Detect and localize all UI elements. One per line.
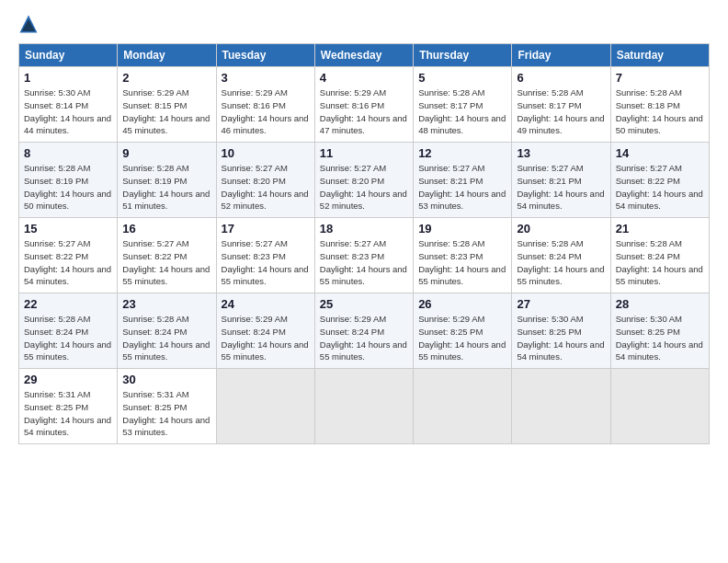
cell-info: Sunrise: 5:30 AM Sunset: 8:25 PM Dayligh… [616, 313, 704, 363]
day-number: 27 [517, 297, 605, 311]
page: Sunday Monday Tuesday Wednesday Thursday… [0, 0, 728, 563]
day-number: 9 [122, 146, 210, 160]
cell-info: Sunrise: 5:28 AM Sunset: 8:24 PM Dayligh… [24, 313, 112, 363]
day-number: 19 [418, 222, 506, 236]
calendar-week-1: 1 Sunrise: 5:30 AM Sunset: 8:14 PM Dayli… [19, 67, 710, 143]
table-row [314, 369, 413, 444]
day-number: 13 [517, 146, 605, 160]
cell-info: Sunrise: 5:28 AM Sunset: 8:17 PM Dayligh… [418, 86, 506, 137]
cell-info: Sunrise: 5:29 AM Sunset: 8:24 PM Dayligh… [222, 313, 310, 363]
table-row: 9 Sunrise: 5:28 AM Sunset: 8:19 PM Dayli… [118, 143, 216, 218]
table-row: 23 Sunrise: 5:28 AM Sunset: 8:24 PM Dayl… [118, 293, 216, 369]
table-row: 30 Sunrise: 5:31 AM Sunset: 8:25 PM Dayl… [118, 369, 216, 444]
day-number: 1 [24, 71, 112, 85]
day-number: 15 [24, 222, 112, 236]
cell-info: Sunrise: 5:30 AM Sunset: 8:25 PM Dayligh… [517, 313, 605, 363]
cell-info: Sunrise: 5:27 AM Sunset: 8:20 PM Dayligh… [320, 162, 408, 213]
logo [18, 14, 41, 34]
day-number: 7 [616, 71, 704, 85]
table-row: 20 Sunrise: 5:28 AM Sunset: 8:24 PM Dayl… [512, 218, 610, 293]
table-row: 18 Sunrise: 5:27 AM Sunset: 8:23 PM Dayl… [314, 218, 413, 293]
calendar-header-row: Sunday Monday Tuesday Wednesday Thursday… [19, 44, 710, 67]
day-number: 29 [24, 373, 112, 386]
table-row: 11 Sunrise: 5:27 AM Sunset: 8:20 PM Dayl… [314, 143, 413, 218]
cell-info: Sunrise: 5:28 AM Sunset: 8:18 PM Dayligh… [616, 86, 704, 137]
day-number: 28 [616, 297, 704, 311]
header [18, 14, 710, 34]
table-row: 2 Sunrise: 5:29 AM Sunset: 8:15 PM Dayli… [118, 67, 216, 143]
day-number: 4 [320, 71, 408, 85]
table-row: 29 Sunrise: 5:31 AM Sunset: 8:25 PM Dayl… [19, 369, 118, 444]
cell-info: Sunrise: 5:27 AM Sunset: 8:22 PM Dayligh… [122, 237, 210, 288]
day-number: 21 [616, 222, 704, 236]
day-number: 25 [320, 297, 408, 311]
cell-info: Sunrise: 5:28 AM Sunset: 8:19 PM Dayligh… [24, 162, 112, 213]
cell-info: Sunrise: 5:29 AM Sunset: 8:25 PM Dayligh… [418, 313, 506, 363]
calendar-week-2: 8 Sunrise: 5:28 AM Sunset: 8:19 PM Dayli… [19, 143, 710, 218]
cell-info: Sunrise: 5:30 AM Sunset: 8:14 PM Dayligh… [24, 86, 112, 137]
cell-info: Sunrise: 5:28 AM Sunset: 8:24 PM Dayligh… [517, 237, 605, 288]
table-row: 22 Sunrise: 5:28 AM Sunset: 8:24 PM Dayl… [19, 293, 118, 369]
cell-info: Sunrise: 5:27 AM Sunset: 8:21 PM Dayligh… [517, 162, 605, 213]
calendar-week-4: 22 Sunrise: 5:28 AM Sunset: 8:24 PM Dayl… [19, 293, 710, 369]
cell-info: Sunrise: 5:28 AM Sunset: 8:19 PM Dayligh… [122, 162, 210, 213]
day-number: 24 [222, 297, 310, 311]
col-tuesday: Tuesday [216, 44, 314, 67]
table-row: 25 Sunrise: 5:29 AM Sunset: 8:24 PM Dayl… [314, 293, 413, 369]
cell-info: Sunrise: 5:29 AM Sunset: 8:16 PM Dayligh… [320, 86, 408, 137]
cell-info: Sunrise: 5:27 AM Sunset: 8:20 PM Dayligh… [222, 162, 310, 213]
col-wednesday: Wednesday [314, 44, 413, 67]
day-number: 3 [222, 71, 310, 85]
cell-info: Sunrise: 5:28 AM Sunset: 8:23 PM Dayligh… [418, 237, 506, 288]
table-row: 26 Sunrise: 5:29 AM Sunset: 8:25 PM Dayl… [414, 293, 512, 369]
day-number: 14 [616, 146, 704, 160]
col-saturday: Saturday [610, 44, 709, 67]
table-row: 7 Sunrise: 5:28 AM Sunset: 8:18 PM Dayli… [610, 67, 709, 143]
table-row: 21 Sunrise: 5:28 AM Sunset: 8:24 PM Dayl… [610, 218, 709, 293]
calendar-week-3: 15 Sunrise: 5:27 AM Sunset: 8:22 PM Dayl… [19, 218, 710, 293]
col-thursday: Thursday [414, 44, 512, 67]
table-row: 15 Sunrise: 5:27 AM Sunset: 8:22 PM Dayl… [19, 218, 118, 293]
calendar-week-5: 29 Sunrise: 5:31 AM Sunset: 8:25 PM Dayl… [19, 369, 710, 444]
table-row: 27 Sunrise: 5:30 AM Sunset: 8:25 PM Dayl… [512, 293, 610, 369]
table-row: 1 Sunrise: 5:30 AM Sunset: 8:14 PM Dayli… [19, 67, 118, 143]
table-row: 3 Sunrise: 5:29 AM Sunset: 8:16 PM Dayli… [216, 67, 314, 143]
day-number: 6 [517, 71, 605, 85]
day-number: 23 [122, 297, 210, 311]
day-number: 8 [24, 146, 112, 160]
table-row: 4 Sunrise: 5:29 AM Sunset: 8:16 PM Dayli… [314, 67, 413, 143]
day-number: 20 [517, 222, 605, 236]
col-monday: Monday [118, 44, 216, 67]
cell-info: Sunrise: 5:31 AM Sunset: 8:25 PM Dayligh… [122, 388, 210, 439]
day-number: 12 [418, 146, 506, 160]
table-row: 17 Sunrise: 5:27 AM Sunset: 8:23 PM Dayl… [216, 218, 314, 293]
day-number: 18 [320, 222, 408, 236]
table-row: 28 Sunrise: 5:30 AM Sunset: 8:25 PM Dayl… [610, 293, 709, 369]
day-number: 16 [122, 222, 210, 236]
day-number: 10 [222, 146, 310, 160]
table-row: 10 Sunrise: 5:27 AM Sunset: 8:20 PM Dayl… [216, 143, 314, 218]
day-number: 26 [418, 297, 506, 311]
table-row: 16 Sunrise: 5:27 AM Sunset: 8:22 PM Dayl… [118, 218, 216, 293]
col-friday: Friday [512, 44, 610, 67]
table-row [414, 369, 512, 444]
table-row: 14 Sunrise: 5:27 AM Sunset: 8:22 PM Dayl… [610, 143, 709, 218]
col-sunday: Sunday [19, 44, 118, 67]
table-row [512, 369, 610, 444]
cell-info: Sunrise: 5:27 AM Sunset: 8:21 PM Dayligh… [418, 162, 506, 213]
cell-info: Sunrise: 5:29 AM Sunset: 8:16 PM Dayligh… [222, 86, 310, 137]
table-row: 12 Sunrise: 5:27 AM Sunset: 8:21 PM Dayl… [414, 143, 512, 218]
table-row [216, 369, 314, 444]
day-number: 22 [24, 297, 112, 311]
day-number: 11 [320, 146, 408, 160]
cell-info: Sunrise: 5:28 AM Sunset: 8:24 PM Dayligh… [616, 237, 704, 288]
cell-info: Sunrise: 5:29 AM Sunset: 8:15 PM Dayligh… [122, 86, 210, 137]
table-row: 24 Sunrise: 5:29 AM Sunset: 8:24 PM Dayl… [216, 293, 314, 369]
cell-info: Sunrise: 5:27 AM Sunset: 8:23 PM Dayligh… [222, 237, 310, 288]
cell-info: Sunrise: 5:29 AM Sunset: 8:24 PM Dayligh… [320, 313, 408, 363]
calendar-table: Sunday Monday Tuesday Wednesday Thursday… [18, 43, 710, 444]
table-row: 6 Sunrise: 5:28 AM Sunset: 8:17 PM Dayli… [512, 67, 610, 143]
table-row: 8 Sunrise: 5:28 AM Sunset: 8:19 PM Dayli… [19, 143, 118, 218]
table-row [610, 369, 709, 444]
cell-info: Sunrise: 5:28 AM Sunset: 8:17 PM Dayligh… [517, 86, 605, 137]
